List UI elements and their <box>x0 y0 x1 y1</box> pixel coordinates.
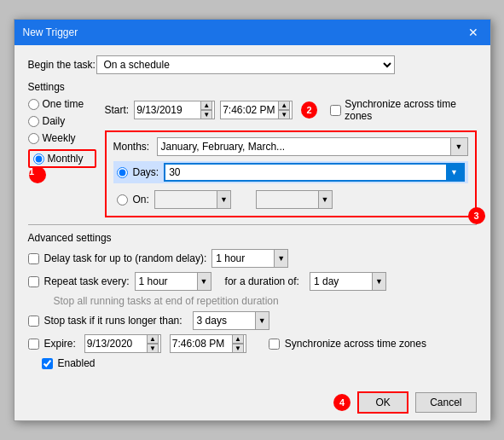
time-spin-down[interactable]: ▼ <box>278 110 290 119</box>
ok-button[interactable]: OK <box>357 391 408 414</box>
radio-daily[interactable]: Daily <box>28 115 96 127</box>
repeat-value: 1 hour <box>136 275 197 287</box>
date-spin-down[interactable]: ▼ <box>200 110 212 119</box>
expire-time-input[interactable] <box>172 338 232 350</box>
monthly-radio-box: Monthly <box>28 149 96 168</box>
expire-time-box[interactable]: ▲ ▼ <box>170 334 246 353</box>
months-row: Months: January, February, March... ▼ <box>113 137 468 156</box>
stop-all-row: Stop all running tasks at end of repetit… <box>28 295 477 307</box>
right-panel: Start: ▲ ▼ ▲ ▼ <box>105 98 477 217</box>
repeat-checkbox[interactable] <box>28 276 39 287</box>
expire-label: Expire: <box>44 338 76 350</box>
begin-task-row: Begin the task: On a schedule <box>28 55 477 74</box>
time-spin-up[interactable]: ▲ <box>278 101 290 110</box>
months-dropdown-btn[interactable]: ▼ <box>450 138 467 155</box>
stop-all-label: Stop all running tasks at end of repetit… <box>28 295 279 307</box>
stop-longer-combo-btn[interactable]: ▼ <box>255 312 269 329</box>
radio-daily-input[interactable] <box>28 116 39 127</box>
radio-weekly-label: Weekly <box>43 132 76 144</box>
annotation-3: 3 <box>468 207 485 224</box>
repeat-combo-btn[interactable]: ▼ <box>197 273 211 290</box>
bottom-buttons: 4 OK Cancel <box>14 385 490 420</box>
repeat-combo[interactable]: 1 hour ▼ <box>135 272 211 291</box>
start-date-input[interactable] <box>136 104 200 116</box>
duration-combo-btn[interactable]: ▼ <box>372 273 385 290</box>
expire-checkbox[interactable] <box>28 339 39 350</box>
expire-date-box[interactable]: ▲ ▼ <box>84 334 161 353</box>
dialog-title: New Trigger <box>23 26 78 38</box>
radio-daily-label: Daily <box>43 115 66 127</box>
expire-date-up[interactable]: ▲ <box>147 334 159 344</box>
enabled-row: Enabled <box>28 357 477 369</box>
enabled-checkbox[interactable] <box>42 358 53 369</box>
divider <box>28 224 477 225</box>
settings-area: One time Daily Weekly Monthly <box>28 98 477 217</box>
radio-monthly-input[interactable] <box>33 153 44 165</box>
begin-task-select[interactable]: On a schedule <box>96 55 395 74</box>
on-label: On: <box>133 194 149 206</box>
duration-combo[interactable]: 1 day ▼ <box>310 272 386 291</box>
repeat-row: Repeat task every: 1 hour ▼ for a durati… <box>28 272 477 291</box>
start-time-box[interactable]: ▲ ▼ <box>220 101 293 119</box>
days-row: Days: ▼ <box>113 161 468 183</box>
radio-weekly-input[interactable] <box>28 133 39 144</box>
duration-label: for a duration of: <box>225 275 299 287</box>
radio-monthly-label: Monthly <box>48 153 84 165</box>
radio-onetime-input[interactable] <box>28 99 39 110</box>
annotation-1: 1 <box>29 166 46 183</box>
delay-row: Delay task for up to (random delay): 1 h… <box>28 249 477 268</box>
expire-sync-checkbox[interactable] <box>269 339 280 350</box>
months-label: Months: <box>113 141 152 153</box>
on-combo-2-btn[interactable]: ▼ <box>318 191 332 208</box>
delay-combo[interactable]: 1 hour ▼ <box>211 249 288 268</box>
date-spin-up[interactable]: ▲ <box>200 101 212 110</box>
on-combo-2[interactable]: ▼ <box>256 190 333 209</box>
radio-onetime[interactable]: One time <box>28 98 96 110</box>
start-date-box[interactable]: ▲ ▼ <box>134 101 215 119</box>
sync-checkbox[interactable] <box>330 105 341 116</box>
advanced-label: Advanced settings <box>28 232 477 244</box>
expire-date-down[interactable]: ▼ <box>147 344 159 353</box>
stop-longer-checkbox[interactable] <box>28 316 39 327</box>
expire-sync-label: Synchronize across time zones <box>285 338 426 350</box>
days-radio[interactable] <box>117 167 128 178</box>
date-spin-group: ▲ ▼ <box>200 101 212 119</box>
delay-checkbox[interactable] <box>28 253 39 264</box>
title-bar: New Trigger ✕ <box>14 20 490 45</box>
days-label: Days: <box>133 166 159 178</box>
radio-weekly[interactable]: Weekly <box>28 132 96 144</box>
stop-longer-label: Stop task if it runs longer than: <box>44 315 182 327</box>
delay-label: Delay task for up to (random delay): <box>44 252 207 264</box>
duration-value: 1 day <box>310 275 372 287</box>
expire-time-up[interactable]: ▲ <box>232 334 244 344</box>
expire-row: Expire: ▲ ▼ ▲ ▼ Synchronize across time … <box>28 334 477 353</box>
expire-time-spin: ▲ ▼ <box>232 334 244 353</box>
days-input-box[interactable]: ▼ <box>164 163 464 182</box>
delay-combo-btn[interactable]: ▼ <box>274 250 287 267</box>
radio-onetime-label: One time <box>43 98 84 110</box>
start-time-input[interactable] <box>223 104 278 116</box>
delay-value: 1 hour <box>212 252 274 264</box>
stop-longer-value: 3 days <box>194 315 255 327</box>
stop-longer-combo[interactable]: 3 days ▼ <box>193 311 269 330</box>
time-spin-group: ▲ ▼ <box>278 101 290 119</box>
expire-time-down[interactable]: ▼ <box>232 344 244 353</box>
new-trigger-dialog: New Trigger ✕ Begin the task: On a sched… <box>14 19 491 421</box>
expire-date-input[interactable] <box>87 338 147 350</box>
begin-task-label: Begin the task: <box>28 59 96 71</box>
radio-group: One time Daily Weekly Monthly <box>28 98 105 217</box>
on-combo-1[interactable]: ▼ <box>154 190 231 209</box>
months-combo-box[interactable]: January, February, March... ▼ <box>157 137 468 156</box>
months-panel: Months: January, February, March... ▼ Da… <box>105 130 477 217</box>
expire-date-spin: ▲ ▼ <box>147 334 159 353</box>
repeat-label: Repeat task every: <box>44 275 130 287</box>
on-radio[interactable] <box>117 194 128 206</box>
sync-row: Synchronize across time zones <box>330 98 476 122</box>
on-row: On: ▼ ▼ <box>113 188 468 211</box>
days-input[interactable] <box>165 166 445 178</box>
close-button[interactable]: ✕ <box>465 25 482 40</box>
days-dropdown-btn[interactable]: ▼ <box>446 164 463 181</box>
cancel-button[interactable]: Cancel <box>415 392 476 413</box>
on-combo-1-btn[interactable]: ▼ <box>217 191 230 208</box>
start-row: Start: ▲ ▼ ▲ ▼ <box>105 98 477 122</box>
